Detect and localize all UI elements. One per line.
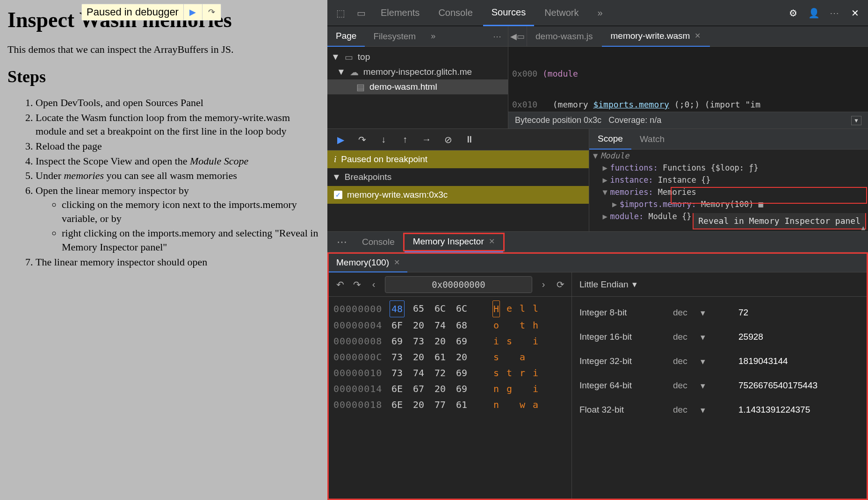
inspect-icon[interactable]: ⬚	[331, 4, 350, 22]
tab-watch[interactable]: Watch	[631, 129, 673, 150]
step-button[interactable]: →	[420, 134, 433, 145]
hex-char[interactable]: r	[519, 365, 526, 381]
hex-char[interactable]: H	[492, 300, 500, 317]
tab-sources[interactable]: Sources	[483, 0, 534, 26]
step-into-button[interactable]: ↓	[377, 134, 390, 145]
hex-byte[interactable]: 6C	[454, 300, 469, 317]
address-input[interactable]	[385, 276, 532, 293]
filetab-js[interactable]: demo-wasm.js	[527, 26, 602, 47]
drawer-memory[interactable]: Memory Inspector ✕	[405, 232, 504, 252]
int-format-select[interactable]: dec▾	[673, 356, 738, 367]
hex-byte[interactable]: 74	[411, 365, 426, 381]
gear-icon[interactable]: ⚙	[784, 4, 803, 22]
hex-byte[interactable]: 6E	[390, 397, 405, 413]
hex-byte[interactable]: 73	[411, 333, 426, 349]
hex-byte[interactable]: 69	[454, 333, 469, 349]
hex-char[interactable]	[506, 397, 513, 413]
hex-char[interactable]	[506, 317, 513, 333]
int-format-select[interactable]: dec▾	[673, 380, 738, 391]
hex-byte[interactable]: 20	[411, 349, 426, 365]
hex-char[interactable]: a	[519, 349, 526, 365]
hex-byte[interactable]: 67	[411, 381, 426, 397]
nav-back-icon[interactable]: ◀▭	[508, 26, 527, 46]
checkbox-icon[interactable]: ✓	[334, 191, 342, 199]
hex-char[interactable]: i	[492, 333, 500, 349]
hex-byte[interactable]: 6C	[433, 300, 448, 317]
device-icon[interactable]: ▭	[352, 4, 370, 22]
hex-char[interactable]: n	[492, 381, 500, 397]
collapse-icon[interactable]: ▲	[861, 224, 865, 231]
scope-memories[interactable]: ▼memories: Memories	[593, 186, 864, 198]
close-memtab-icon[interactable]: ✕	[394, 258, 400, 267]
undo-icon[interactable]: ↶	[334, 279, 346, 290]
hex-char[interactable]	[519, 333, 526, 349]
hex-char[interactable]: s	[492, 349, 500, 365]
resume-button[interactable]: ▶	[334, 134, 347, 145]
step-out-button[interactable]: ↑	[398, 134, 412, 145]
step-over-button[interactable]: ↷	[355, 134, 369, 145]
pause-exceptions-button[interactable]: ⏸	[463, 134, 476, 145]
filetab-wasm[interactable]: memory-write.wasm✕	[602, 26, 710, 47]
memory-chip-icon[interactable]: ▦	[759, 200, 763, 209]
tabs-overflow[interactable]: »	[589, 0, 611, 26]
hex-char[interactable]: h	[532, 317, 539, 333]
close-tab-icon[interactable]: ✕	[694, 31, 701, 40]
hex-byte[interactable]: 6E	[390, 381, 405, 397]
hex-char[interactable]	[519, 381, 526, 397]
hex-char[interactable]: n	[492, 397, 500, 413]
subtab-filesystem[interactable]: Filesystem	[365, 26, 424, 47]
hex-char[interactable]: l	[532, 300, 539, 317]
deactivate-bp-button[interactable]: ⊘	[441, 134, 455, 145]
prev-page-icon[interactable]: ‹	[368, 279, 379, 290]
close-drawer-tab-icon[interactable]: ✕	[489, 237, 495, 246]
hex-char[interactable]: a	[532, 397, 539, 413]
reveal-tooltip[interactable]: Reveal in Memory Inspector panel	[693, 213, 866, 229]
scope-imports-memory[interactable]: ▶$imports.memory: Memory(100) ▦	[593, 198, 864, 210]
hex-byte[interactable]: 73	[390, 349, 405, 365]
hex-char[interactable]: g	[506, 381, 513, 397]
scope-instance[interactable]: ▶instance: Instance {}	[593, 174, 864, 186]
endian-selector[interactable]: Little Endian ▾	[572, 272, 867, 297]
hex-byte[interactable]: 20	[411, 397, 426, 413]
hex-byte[interactable]: 20	[454, 349, 469, 365]
drawer-more[interactable]: ⋯	[331, 236, 354, 248]
hex-byte[interactable]: 69	[390, 333, 405, 349]
hex-byte[interactable]: 65	[411, 300, 426, 317]
account-icon[interactable]: 👤	[804, 4, 823, 22]
hex-char[interactable]: w	[519, 397, 526, 413]
hex-byte[interactable]: 61	[454, 397, 469, 413]
hex-char[interactable]: i	[532, 365, 539, 381]
hex-byte[interactable]: 20	[433, 381, 448, 397]
subtab-page[interactable]: Page	[327, 26, 365, 47]
hex-byte[interactable]: 48	[390, 300, 405, 317]
hex-byte[interactable]: 74	[433, 317, 448, 333]
hex-char[interactable]	[506, 349, 513, 365]
hex-byte[interactable]: 73	[390, 365, 405, 381]
tab-scope[interactable]: Scope	[589, 129, 631, 150]
hex-char[interactable]: o	[492, 317, 500, 333]
tree-domain[interactable]: ▼ ☁memory-inspector.glitch.me	[327, 64, 508, 79]
next-page-icon[interactable]: ›	[538, 279, 549, 290]
hex-char[interactable]: e	[506, 300, 513, 317]
int-format-select[interactable]: dec▾	[673, 405, 738, 415]
step-over-icon[interactable]: ↷	[202, 4, 221, 20]
hex-char[interactable]	[532, 349, 539, 365]
tree-file[interactable]: ▤demo-wasm.html	[327, 79, 508, 94]
code-editor[interactable]: 0x000 (module 0x010 (memory $imports.mem…	[508, 47, 868, 112]
hex-byte[interactable]: 68	[454, 317, 469, 333]
hex-byte[interactable]: 72	[433, 365, 448, 381]
redo-icon[interactable]: ↷	[351, 279, 362, 290]
hex-char[interactable]: l	[519, 300, 526, 317]
int-format-select[interactable]: dec▾	[673, 307, 738, 318]
tab-elements[interactable]: Elements	[372, 0, 428, 26]
hex-char[interactable]: i	[532, 333, 539, 349]
breakpoint-item[interactable]: ✓memory-write.wasm:0x3c	[327, 186, 589, 204]
hex-char[interactable]: s	[492, 365, 500, 381]
hex-byte[interactable]: 61	[433, 349, 448, 365]
hex-char[interactable]: i	[532, 381, 539, 397]
drawer-console[interactable]: Console	[354, 232, 403, 252]
tab-console[interactable]: Console	[430, 0, 481, 26]
scope-module[interactable]: ▼Module	[593, 150, 864, 162]
hex-viewer[interactable]: 0000000048656C6CHell000000046F207468o th…	[329, 297, 571, 499]
status-toggle[interactable]: ▼	[851, 116, 861, 125]
